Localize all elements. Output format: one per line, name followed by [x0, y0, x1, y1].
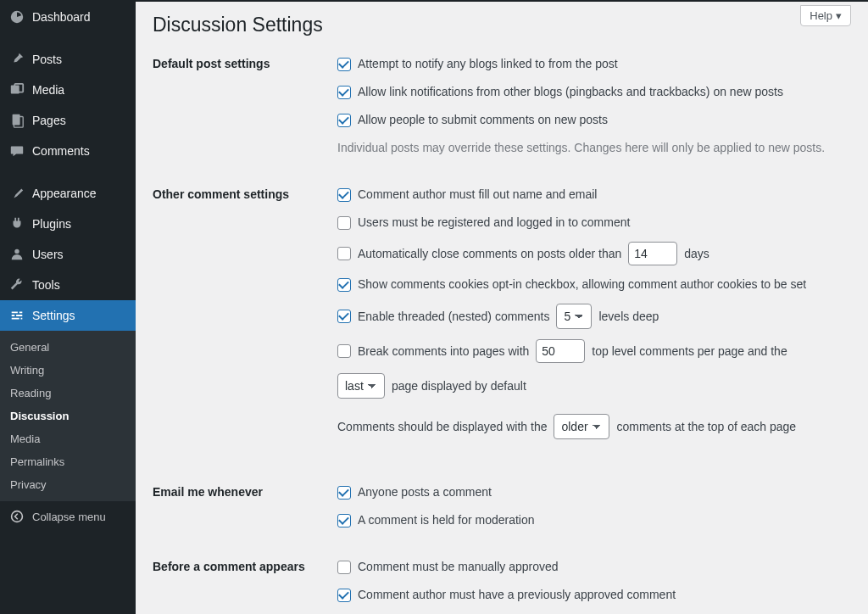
sidebar-item-label: Posts [32, 53, 62, 66]
select-thread-depth[interactable]: 5 [556, 304, 592, 329]
option-label: A comment is held for moderation [358, 511, 535, 529]
media-icon [8, 81, 25, 98]
sidebar-item-label: Tools [32, 278, 60, 292]
option-allow-comments[interactable]: Allow people to submit comments on new p… [337, 111, 851, 129]
checkbox-autoclose[interactable] [337, 247, 351, 260]
sidebar-item-pages[interactable]: Pages [0, 105, 136, 136]
checkbox-allow-pingbacks[interactable] [337, 86, 351, 99]
option-label: Comment author must have a previously ap… [358, 586, 676, 604]
admin-sidebar: Dashboard Posts Media Pages Comments [0, 2, 136, 614]
help-tab[interactable]: Help ▾ [800, 5, 851, 26]
checkbox-threaded[interactable] [337, 310, 351, 323]
checkbox-cookies[interactable] [337, 278, 351, 292]
collapse-menu-button[interactable]: Collapse menu [0, 501, 136, 532]
option-label: Comment author must fill out name and em… [358, 186, 597, 204]
select-comment-order[interactable]: older [554, 414, 609, 439]
option-email-moderation[interactable]: A comment is held for moderation [337, 511, 851, 529]
option-prev-approved[interactable]: Comment author must have a previously ap… [337, 586, 851, 604]
collapse-icon [8, 508, 25, 525]
option-threaded[interactable]: Enable threaded (nested) comments 5 leve… [337, 304, 851, 329]
section-heading: Email me whenever [153, 483, 337, 499]
option-label: Comment must be manually approved [358, 558, 559, 576]
option-paged[interactable]: Break comments into pages with top level… [337, 339, 851, 363]
dashboard-icon [8, 8, 25, 25]
sidebar-item-label: Pages [32, 114, 66, 127]
section-default-post: Default post settings Attempt to notify … [153, 55, 851, 157]
option-label: Show comments cookies opt-in checkbox, a… [358, 276, 806, 293]
checkbox-notify-blogs[interactable] [337, 58, 351, 71]
option-prefix: Automatically close comments on posts ol… [358, 245, 621, 263]
sidebar-item-tools[interactable]: Tools [0, 270, 136, 300]
svg-point-4 [14, 249, 19, 254]
select-page-order[interactable]: last [337, 373, 385, 399]
submenu-writing[interactable]: Writing [0, 359, 136, 382]
section-heading: Before a comment appears [153, 558, 337, 573]
sidebar-item-plugins[interactable]: Plugins [0, 209, 136, 239]
sidebar-item-posts[interactable]: Posts [0, 44, 136, 75]
wrench-icon [8, 276, 25, 293]
submenu-permalinks[interactable]: Permalinks [0, 450, 136, 473]
option-autoclose[interactable]: Automatically close comments on posts ol… [337, 242, 851, 265]
section-heading: Default post settings [153, 55, 337, 70]
brush-icon [8, 185, 25, 202]
submenu-general[interactable]: General [0, 336, 136, 359]
plug-icon [8, 215, 25, 232]
option-cookies[interactable]: Show comments cookies opt-in checkbox, a… [337, 276, 851, 293]
main-content: Help ▾ Discussion Settings Default post … [136, 2, 868, 614]
checkbox-email-moderation[interactable] [337, 514, 351, 527]
section-before-appears: Before a comment appears Comment must be… [153, 558, 851, 604]
sidebar-item-label: Comments [32, 144, 90, 158]
collapse-label: Collapse menu [32, 511, 106, 523]
option-display-order: Comments should be displayed with the ol… [337, 414, 851, 439]
checkbox-fillout[interactable] [337, 188, 351, 202]
option-allow-pingbacks[interactable]: Allow link notifications from other blog… [337, 83, 851, 101]
option-suffix: days [684, 245, 709, 263]
section-heading: Other comment settings [153, 186, 337, 201]
sidebar-item-settings[interactable]: Settings [0, 300, 136, 331]
settings-submenu: General Writing Reading Discussion Media… [0, 331, 136, 501]
input-autoclose-days[interactable] [628, 242, 677, 265]
sidebar-item-media[interactable]: Media [0, 75, 136, 105]
input-per-page[interactable] [536, 339, 585, 363]
option-fillout[interactable]: Comment author must fill out name and em… [337, 186, 851, 204]
sidebar-item-dashboard[interactable]: Dashboard [0, 2, 136, 32]
checkbox-allow-comments[interactable] [337, 114, 351, 127]
option-manual-approve[interactable]: Comment must be manually approved [337, 558, 851, 576]
sidebar-item-appearance[interactable]: Appearance [0, 178, 136, 209]
option-page-order: last page displayed by default [337, 373, 851, 399]
sidebar-item-label: Dashboard [32, 10, 91, 24]
checkbox-registered[interactable] [337, 216, 351, 230]
option-prefix: Enable threaded (nested) comments [358, 308, 549, 326]
option-prefix: Comments should be displayed with the [337, 420, 547, 433]
comment-icon [8, 142, 25, 159]
option-suffix: levels deep [598, 308, 659, 326]
submenu-media[interactable]: Media [0, 427, 136, 450]
sidebar-item-comments[interactable]: Comments [0, 136, 136, 166]
option-notify-blogs[interactable]: Attempt to notify any blogs linked to fr… [337, 55, 851, 73]
page-icon [8, 112, 25, 129]
svg-point-5 [12, 511, 23, 522]
section-other-comment: Other comment settings Comment author mu… [153, 186, 851, 455]
option-suffix: comments at the top of each page [616, 420, 796, 433]
sidebar-item-users[interactable]: Users [0, 239, 136, 270]
option-label: Anyone posts a comment [358, 483, 492, 501]
option-label: Allow people to submit comments on new p… [358, 111, 608, 129]
sliders-icon [8, 307, 25, 324]
section-email-me: Email me whenever Anyone posts a comment… [153, 483, 851, 529]
option-prefix: Break comments into pages with [358, 343, 529, 360]
submenu-reading[interactable]: Reading [0, 382, 136, 405]
sidebar-item-label: Media [32, 83, 64, 97]
checkbox-paged[interactable] [337, 344, 351, 358]
checkbox-email-anyone[interactable] [337, 486, 351, 500]
checkbox-manual-approve[interactable] [337, 561, 351, 574]
option-registered[interactable]: Users must be registered and logged in t… [337, 214, 851, 232]
checkbox-prev-approved[interactable] [337, 589, 351, 602]
option-suffix: top level comments per page and the [592, 343, 787, 360]
sidebar-item-label: Appearance [32, 187, 97, 200]
sidebar-item-label: Settings [32, 309, 75, 322]
submenu-privacy[interactable]: Privacy [0, 473, 136, 496]
page-title: Discussion Settings [153, 14, 851, 36]
submenu-discussion[interactable]: Discussion [0, 405, 136, 427]
option-email-anyone[interactable]: Anyone posts a comment [337, 483, 851, 501]
option-label: Allow link notifications from other blog… [358, 83, 783, 101]
